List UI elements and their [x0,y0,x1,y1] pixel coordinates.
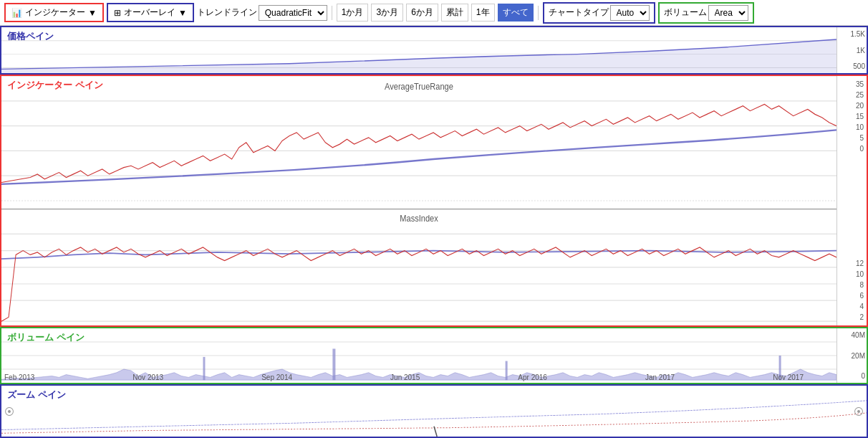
overlay-label: オーバーレイ [124,6,175,19]
indicator-pane: インジケーター ペイン AverageTrueRange [0,75,868,327]
divider-2 [538,6,539,20]
volume-label: ボリューム [664,6,707,19]
volume-y-axis: 40M 20M 0 [836,328,867,383]
indicator-dropdown-icon: ▼ [88,8,97,18]
time-all-button[interactable]: すべて [498,4,534,22]
chart-type-label: チャートタイプ [549,6,609,19]
price-y-axis: 1.5K 1K 500 [836,27,867,73]
overlay-icon: ⊞ [114,8,121,18]
volume-pane: ボリューム ペイン Feb 2013 Nov 2013 Sep 2014 Jun… [0,327,868,384]
chart-type-group: チャートタイプ Auto [543,2,655,24]
time-cumulative-button[interactable]: 累計 [441,4,468,22]
divider-1 [332,6,332,20]
trendline-group: トレンドライン QuadraticFit [197,5,327,21]
toolbar: 📊 インジケーター ▼ ⊞ オーバーレイ ▼ トレンドライン Quadratic… [0,0,868,26]
time-6m-button[interactable]: 6か月 [406,4,438,22]
zoom-handle-right[interactable]: ⦿ [854,406,864,417]
time-3m-button[interactable]: 3か月 [371,4,403,22]
price-pane: 価格ペイン 1.5K 1K 500 [0,26,868,75]
date-axis: Feb 2013 Nov 2013 Sep 2014 Jun 2015 Apr … [1,373,806,381]
svg-line-25 [434,427,437,437]
svg-text:AverageTrueRange: AverageTrueRange [385,81,453,92]
zoom-handle-left[interactable]: ⦿ [4,406,14,417]
trendline-select[interactable]: QuadraticFit [259,5,327,21]
overlay-dropdown-icon: ▼ [178,8,187,18]
time-1m-button[interactable]: 1か月 [337,4,369,22]
price-chart-area [1,27,836,73]
indicator-icon: 📊 [11,8,22,18]
volume-chart-area: Feb 2013 Nov 2013 Sep 2014 Jun 2015 Apr … [1,328,836,383]
zoom-chart-area: ⦿ ⦿ [1,386,867,437]
time-1y-button[interactable]: 1年 [471,4,495,22]
volume-group: ボリューム Area [658,2,754,24]
chart-type-select[interactable]: Auto [610,5,650,21]
indicator-chart-area: AverageTrueRange MassIndex [1,76,836,325]
indicator-button[interactable]: 📊 インジケーター ▼ [4,3,104,22]
main-area: 価格ペイン 1.5K 1K 500 インジケーター ペイン [0,26,868,438]
svg-text:MassIndex: MassIndex [400,213,438,224]
indicator-label: インジケーター [25,6,85,19]
zoom-pane: ズーム ペイン ⦿ ⦿ [0,384,868,438]
indicator-y-axis: 35 25 20 15 10 5 0 12 10 8 6 4 2 [836,76,867,325]
volume-select[interactable]: Area [708,5,748,21]
overlay-button[interactable]: ⊞ オーバーレイ ▼ [107,3,194,22]
trendline-label: トレンドライン [197,6,257,19]
